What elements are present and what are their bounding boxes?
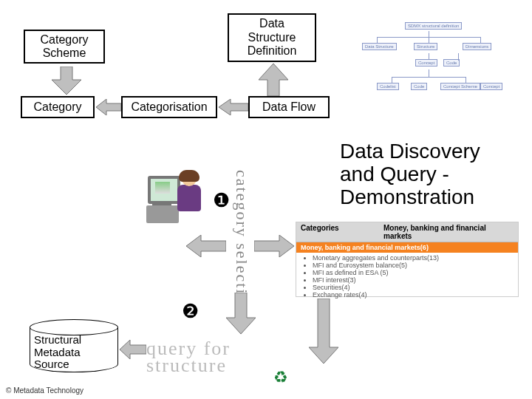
svg-marker-1 <box>96 99 121 115</box>
dsd-label: Data Structure Definition <box>248 17 297 58</box>
mini-mid: Concept <box>415 59 437 66</box>
svg-marker-4 <box>186 235 226 257</box>
structural-metadata-source: Structural Metadata Source <box>30 319 118 372</box>
arrow-selection-left <box>186 235 226 260</box>
footer-copyright: © Metadata Technology <box>6 386 83 395</box>
dataflow-box: Data Flow <box>248 96 330 118</box>
arrow-dataflow-to-dsd <box>259 64 288 99</box>
svg-marker-5 <box>254 235 294 257</box>
categorisation-label: Categorisation <box>131 100 207 114</box>
catpanel-left-header: Categories <box>296 222 379 242</box>
recycle-icon: ♻ <box>273 368 288 387</box>
wordart-qfs-line2: structure <box>146 357 231 374</box>
mini-structure-chart: SDMX structural definition Data Structur… <box>362 22 502 103</box>
catpanel-item: Exchange rates(4) <box>313 291 518 299</box>
catpanel-right-header: Money, banking and financial markets <box>379 222 518 242</box>
mini-b3: Dimensions <box>463 43 491 50</box>
catpanel-list: Monetary aggregates and counterparts(13)… <box>313 254 518 299</box>
catpanel-item: MFI interest(3) <box>313 276 518 284</box>
page-title: Data Discovery and Query - Demonstration <box>340 140 517 208</box>
svg-marker-8 <box>309 299 338 364</box>
mini-root: SDMX structural definition <box>405 22 462 30</box>
category-scheme-label: Category Scheme <box>41 33 89 61</box>
dataflow-label: Data Flow <box>262 100 316 114</box>
categories-panel: Categories Money, banking and financial … <box>296 222 519 297</box>
wordart-query-for-structure: query for structure <box>146 340 231 375</box>
catpanel-item: MFI as defined in ESA (5) <box>313 269 518 276</box>
arrow-catpanel-down <box>309 299 338 366</box>
arrow-cat-to-categorisation <box>96 99 121 118</box>
catpanel-selected: Money, banking and financial markets(6) <box>296 242 518 253</box>
arrow-selection-down <box>226 293 256 337</box>
svg-marker-2 <box>219 99 248 115</box>
catpanel-item: Monetary aggregates and counterparts(13) <box>313 254 518 262</box>
svg-marker-7 <box>120 340 146 359</box>
category-box: Category <box>21 96 95 118</box>
arrow-categorisation-to-dataflow <box>219 99 248 118</box>
clipart-user-at-computer <box>148 170 200 229</box>
catpanel-item: MFI and Eurosystem balance(5) <box>313 262 518 269</box>
catpanel-item: Securities(4) <box>313 284 518 291</box>
svg-marker-0 <box>52 66 81 95</box>
mini-r2b2: Concept <box>480 83 502 90</box>
dsd-box: Data Structure Definition <box>228 13 316 62</box>
step-2-marker: ❷ <box>182 300 199 323</box>
arrow-catscheme-to-category <box>52 66 81 99</box>
categorisation-box: Categorisation <box>121 96 217 118</box>
mini-r2a: Codelist <box>377 83 399 90</box>
arrow-query-to-source <box>120 340 146 362</box>
category-scheme-box: Category Scheme <box>24 30 105 64</box>
svg-marker-3 <box>259 64 288 96</box>
cylinder-label: Structural Metadata Source <box>34 334 114 371</box>
mini-b1: Data Structure <box>362 43 397 50</box>
mini-mid2: Code <box>443 59 460 66</box>
step-1-marker: ❶ <box>213 189 230 212</box>
mini-r2a2: Code <box>411 83 427 90</box>
mini-b2: Structure <box>414 43 437 50</box>
category-label: Category <box>34 100 82 114</box>
svg-marker-6 <box>226 293 256 334</box>
mini-r2b: Concept Scheme <box>440 83 480 90</box>
arrow-selection-right <box>254 235 294 260</box>
